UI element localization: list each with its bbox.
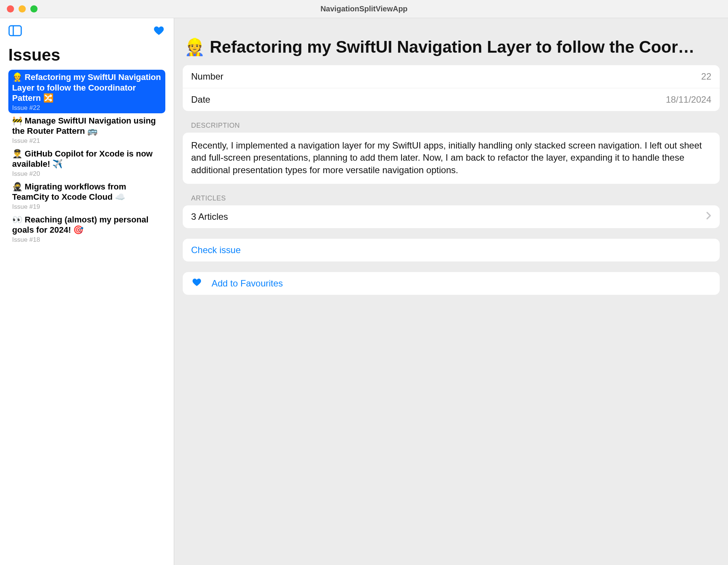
sidebar-item-issue-22[interactable]: 👷 Refactoring my SwiftUI Navigation Laye… [8,70,165,113]
sidebar-title: Issues [8,45,165,64]
minimize-window-button[interactable] [19,5,26,13]
date-row: Date 18/11/2024 [183,88,720,111]
articles-label: 3 Articles [191,211,228,222]
check-issue-button[interactable]: Check issue [183,239,720,261]
date-value: 18/11/2024 [666,94,711,105]
sidebar-toolbar [8,25,165,38]
sidebar: Issues 👷 Refactoring my SwiftUI Navigati… [0,18,174,565]
description-text: Recently, I implemented a navigation lay… [183,133,720,184]
issue-subtitle: Issue #20 [12,170,162,178]
articles-header: ARTICLES [183,194,720,205]
window-title: NavigationSplitViewApp [320,5,408,13]
issue-subtitle: Issue #18 [12,236,162,244]
favourites-card: Add to Favourites [183,272,720,295]
detail-pane: 👷 Refactoring my SwiftUI Navigation Laye… [174,18,728,565]
app-window: NavigationSplitViewApp Issues [0,0,728,565]
titlebar: NavigationSplitViewApp [0,0,728,18]
issue-subtitle: Issue #22 [12,104,162,112]
articles-card: 3 Articles [183,205,720,228]
number-label: Number [191,71,223,82]
chevron-right-icon [706,211,711,222]
close-window-button[interactable] [7,5,14,13]
sidebar-item-issue-19[interactable]: 🥷 Migrating workflows from TeamCity to X… [8,179,165,212]
add-to-favourites-label: Add to Favourites [212,278,283,289]
description-card: Recently, I implemented a navigation lay… [183,133,720,184]
issue-subtitle: Issue #19 [12,203,162,211]
description-header: DESCRIPTION [183,122,720,133]
sidebar-item-issue-18[interactable]: 👀 Reaching (almost) my personal goals fo… [8,212,165,245]
issue-subtitle: Issue #21 [12,137,162,145]
issue-title: 👀 Reaching (almost) my personal goals fo… [12,214,162,235]
issue-title: 👨‍✈️ GitHub Copilot for Xcode is now ava… [12,149,162,169]
detail-title: 👷 Refactoring my SwiftUI Navigation Laye… [183,37,720,57]
issue-list: 👷 Refactoring my SwiftUI Navigation Laye… [8,70,165,245]
heart-fill-icon [191,277,202,290]
sidebar-toggle-icon[interactable] [8,25,22,38]
split-view: Issues 👷 Refactoring my SwiftUI Navigati… [0,18,728,565]
issue-title: 🚧 Manage SwiftUI Navigation using the Ro… [12,116,162,136]
number-row: Number 22 [183,65,720,88]
info-card: Number 22 Date 18/11/2024 [183,65,720,111]
number-value: 22 [701,71,711,82]
date-label: Date [191,94,210,105]
add-to-favourites-button[interactable]: Add to Favourites [183,272,720,295]
sidebar-item-issue-21[interactable]: 🚧 Manage SwiftUI Navigation using the Ro… [8,113,165,146]
issue-title: 🥷 Migrating workflows from TeamCity to X… [12,182,162,202]
articles-row[interactable]: 3 Articles [183,205,720,228]
fullscreen-window-button[interactable] [30,5,38,13]
sidebar-item-issue-20[interactable]: 👨‍✈️ GitHub Copilot for Xcode is now ava… [8,146,165,179]
traffic-lights [0,5,38,13]
issue-title: 👷 Refactoring my SwiftUI Navigation Laye… [12,72,162,103]
check-issue-card: Check issue [183,239,720,261]
heart-icon[interactable] [152,25,165,38]
svg-rect-0 [9,26,21,36]
